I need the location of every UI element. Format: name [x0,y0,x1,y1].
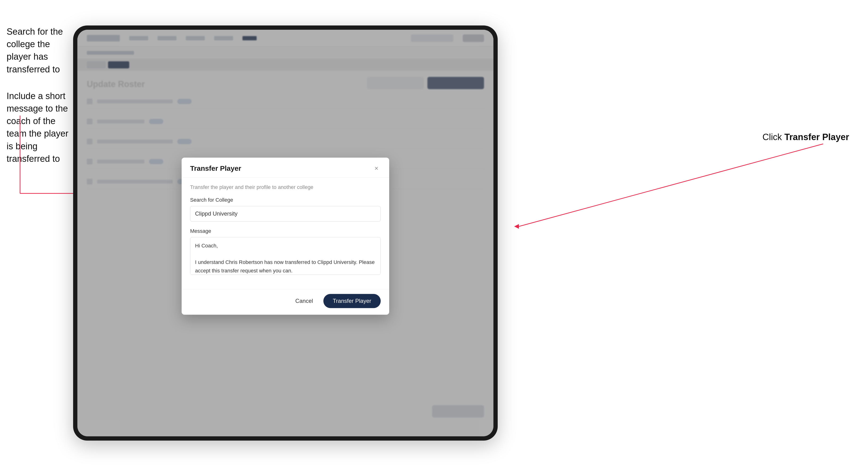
modal-title: Transfer Player [190,164,241,173]
ipad-device: Update Roster [73,26,498,441]
modal-subtitle: Transfer the player and their profile to… [190,184,381,190]
search-college-input[interactable] [190,206,381,221]
annotation-left: Search for the college the player has tr… [7,26,73,179]
annotation-click-text: Click [763,132,784,142]
svg-line-3 [519,144,823,226]
modal-body: Transfer the player and their profile to… [182,178,389,289]
message-label: Message [190,228,381,234]
message-textarea[interactable]: Hi Coach, I understand Chris Robertson h… [190,237,381,275]
annotation-search-text: Search for the college the player has tr… [7,26,73,76]
close-icon: × [375,165,378,172]
transfer-player-modal: Transfer Player × Transfer the player an… [182,158,389,315]
svg-marker-4 [514,224,519,229]
search-college-group: Search for College [190,197,381,221]
modal-close-button[interactable]: × [372,164,381,173]
modal-overlay: Transfer Player × Transfer the player an… [78,30,493,436]
annotation-right: Click Transfer Player [763,132,849,142]
cancel-button[interactable]: Cancel [290,294,319,308]
ipad-screen: Update Roster [78,30,493,436]
modal-header: Transfer Player × [182,158,389,178]
message-group: Message Hi Coach, I understand Chris Rob… [190,228,381,276]
transfer-player-button[interactable]: Transfer Player [323,294,381,308]
annotation-message-text: Include a short message to the coach of … [7,90,73,165]
search-college-label: Search for College [190,197,381,203]
modal-footer: Cancel Transfer Player [182,289,389,315]
annotation-transfer-bold: Transfer Player [784,132,849,142]
